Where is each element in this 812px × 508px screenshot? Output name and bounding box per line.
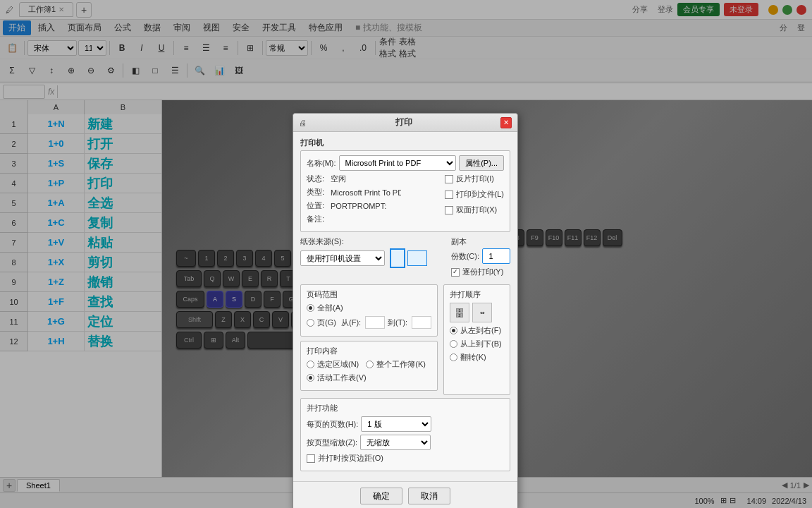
dialog-close-btn[interactable]: ✕: [500, 117, 512, 128]
copies-row: 份数(C):: [451, 248, 510, 264]
print-to-file-label: 打印到文件(L): [456, 189, 504, 200]
from-top-label: 从上到下(B): [460, 339, 502, 349]
radio-selection[interactable]: [307, 361, 314, 368]
zoom-select[interactable]: 无缩放: [360, 435, 431, 450]
left-col: 页码范围 全部(A) 页(G) 从(F): 到(T):: [300, 284, 438, 395]
from-input[interactable]: [365, 316, 385, 329]
paper-source-area: 纸张来源(S): 使用打印机设置: [300, 236, 447, 280]
status-row: 状态: 空闲: [307, 174, 401, 184]
double-print-row: 双面打印(X): [445, 205, 504, 215]
paper-copies-row: 纸张来源(S): 使用打印机设置 副本 份数(C):: [300, 236, 510, 280]
comment-row: 备注:: [307, 214, 401, 224]
printer-info: 状态: 空闲 类型: Microsoft Print To PDF 位置: PO…: [307, 174, 504, 227]
status-value: 空闲: [331, 174, 346, 184]
to-input[interactable]: [412, 316, 431, 329]
active-sheet-row: 活动工作表(V): [307, 373, 431, 383]
location-row: 位置: PORTPROMPT:: [307, 200, 401, 211]
each-table-label: 整个工作簿(K): [376, 359, 426, 370]
active-sheet-label: 活动工作表(V): [317, 373, 367, 383]
location-label: 位置:: [307, 200, 328, 211]
paper-portrait-icon[interactable]: [390, 248, 405, 268]
order-icon-2: ⇔: [472, 303, 492, 322]
collate-label: 逐份打印(Y): [462, 267, 504, 277]
location-value: PORTPROMPT:: [331, 202, 386, 210]
double-print-label: 双面打印(X): [456, 205, 498, 215]
type-row: 类型: Microsoft Print To PDF: [307, 187, 401, 198]
page-order-icons: 1 2 ⇔: [450, 303, 504, 322]
zoom-row: 按页型缩放(Z): 无缩放: [307, 435, 504, 450]
reverse-row: 翻转(K): [450, 352, 504, 363]
per-page-select[interactable]: 1 版: [361, 416, 431, 432]
reverse-print-label: 反片打印(I): [456, 174, 494, 184]
chk-print-to-file[interactable]: [445, 190, 453, 199]
per-page-row: 每页的页数(H): 1 版: [307, 416, 504, 432]
dialog-ok-btn[interactable]: 确定: [360, 488, 402, 504]
page-range-title: 页码范围: [307, 289, 431, 300]
to-label: 到(T):: [388, 318, 409, 328]
print-dialog: 🖨 打印 ✕ 打印机 名称(M): Microsoft Print to PDF…: [293, 113, 518, 508]
print-margin-label: 并打时按页边距(O): [318, 453, 383, 464]
type-value: Microsoft Print To PDF: [331, 188, 401, 197]
selection-label: 选定区域(N): [317, 359, 359, 370]
reverse-label: 翻转(K): [460, 352, 486, 363]
chk-collate[interactable]: [451, 268, 460, 277]
from-left-row: 从左到右(F): [450, 325, 504, 336]
print-content-title: 打印内容: [307, 346, 431, 356]
radio-from-left[interactable]: [450, 327, 457, 334]
merge-section-title: 并打功能: [307, 403, 504, 413]
page-range-section: 页码范围 全部(A) 页(G) 从(F): 到(T):: [300, 284, 438, 337]
printer-name-row: 名称(M): Microsoft Print to PDF 属性(P)...: [307, 155, 504, 171]
two-col-section: 页码范围 全部(A) 页(G) 从(F): 到(T):: [300, 284, 510, 395]
all-label: 全部(A): [317, 303, 343, 313]
dialog-cancel-btn[interactable]: 取消: [408, 488, 450, 504]
printer-props-btn[interactable]: 属性(P)...: [459, 155, 504, 171]
dialog-title-icon: 🖨: [299, 119, 307, 127]
dialog-overlay: 🖨 打印 ✕ 打印机 名称(M): Microsoft Print to PDF…: [0, 0, 812, 508]
printer-section: 名称(M): Microsoft Print to PDF 属性(P)... 状…: [300, 150, 510, 232]
paper-source-controls: 使用打印机设置: [300, 248, 447, 268]
dialog-title-bar: 🖨 打印 ✕: [293, 114, 517, 132]
paper-source-label: 纸张来源(S):: [300, 236, 447, 247]
radio-reverse[interactable]: [450, 353, 457, 361]
from-left-label: 从左到右(F): [460, 325, 501, 336]
dialog-footer: 确定 取消: [293, 481, 517, 508]
print-margin-row: 并打时按页边距(O): [307, 453, 504, 464]
collate-row: 逐份打印(Y): [451, 267, 510, 277]
paper-source-select[interactable]: 使用打印机设置: [300, 250, 385, 266]
zoom-label-dlg: 按页型缩放(Z):: [307, 437, 357, 448]
reverse-print-row: 反片打印(I): [445, 174, 504, 184]
printer-section-title: 打印机: [300, 138, 510, 148]
page-radio-row: 页(G) 从(F): 到(T):: [307, 316, 431, 329]
copies-area: 副本 份数(C): 逐份打印(Y): [451, 236, 510, 280]
radio-each-table[interactable]: [366, 361, 374, 368]
copies-input[interactable]: [482, 248, 510, 264]
all-radio-row: 全部(A): [307, 303, 431, 313]
from-label: 从(F):: [341, 318, 362, 328]
comment-label: 备注:: [307, 214, 328, 224]
merge-section: 并打功能 每页的页数(H): 1 版 按页型缩放(Z): 无缩放 并打时按页边距…: [300, 398, 510, 471]
radio-from-top[interactable]: [450, 340, 457, 348]
page-label: 页(G): [317, 318, 338, 328]
dialog-body: 打印机 名称(M): Microsoft Print to PDF 属性(P).…: [293, 132, 517, 481]
per-page-label: 每页的页数(H):: [307, 419, 358, 430]
chk-print-margin[interactable]: [307, 454, 315, 463]
type-label: 类型:: [307, 187, 328, 198]
print-content-section: 打印内容 选定区域(N) 整个工作簿(K) 活动工作表(V): [300, 341, 438, 391]
status-label: 状态:: [307, 174, 328, 184]
chk-reverse-print[interactable]: [445, 175, 453, 183]
print-order-section: 并打顺序 1 2 ⇔ 从左到右(F): [443, 284, 510, 395]
printer-select[interactable]: Microsoft Print to PDF: [339, 155, 457, 171]
selection-radio-row: 选定区域(N) 整个工作簿(K): [307, 359, 431, 370]
print-order-title: 并打顺序: [450, 289, 504, 300]
name-label: 名称(M):: [307, 158, 336, 169]
order-icon-1: 1 2: [450, 303, 469, 322]
right-col: 并打顺序 1 2 ⇔ 从左到右(F): [443, 284, 510, 395]
paper-landscape-icon[interactable]: [407, 250, 427, 266]
printer-status-area: 状态: 空闲 类型: Microsoft Print To PDF 位置: PO…: [307, 174, 401, 227]
radio-page[interactable]: [307, 319, 314, 327]
dialog-title: 打印: [395, 116, 412, 128]
printer-right-options: 反片打印(I) 打印到文件(L) 双面打印(X): [445, 174, 504, 227]
chk-double-print[interactable]: [445, 206, 453, 214]
radio-all[interactable]: [307, 304, 314, 312]
radio-active-sheet[interactable]: [307, 374, 314, 382]
